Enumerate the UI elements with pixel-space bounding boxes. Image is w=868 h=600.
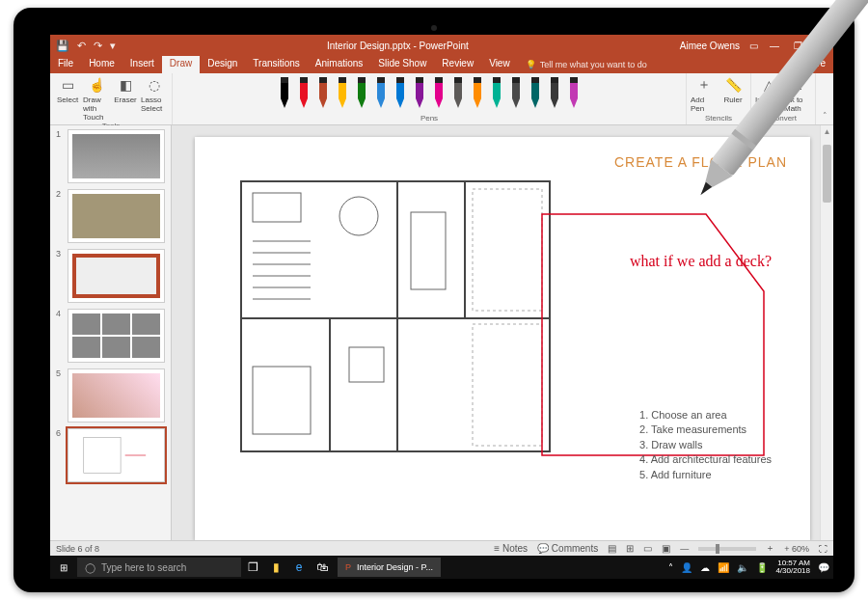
thumb-1[interactable]: [68, 129, 165, 183]
pen-8[interactable]: [430, 75, 448, 112]
tray-volume-icon[interactable]: 🔈: [737, 562, 748, 573]
ribbon-options-icon[interactable]: ▭: [749, 41, 758, 51]
share-button[interactable]: Share: [792, 56, 833, 73]
pen-12[interactable]: [507, 75, 525, 112]
slide-steps: 1. Choose an area 2. Take measurements 3…: [639, 408, 772, 482]
close-button[interactable]: ✕: [814, 41, 827, 51]
explorer-icon[interactable]: ▮: [264, 560, 287, 574]
taskbar-clock[interactable]: 10:57 AM 4/30/2018: [775, 559, 810, 575]
slide-counter: Slide 6 of 8: [56, 544, 99, 554]
pen-3[interactable]: [334, 75, 351, 112]
edge-icon[interactable]: e: [287, 560, 311, 574]
tell-me-search[interactable]: 💡 Tell me what you want to do: [518, 56, 647, 73]
pen-11[interactable]: [488, 75, 505, 112]
task-view-icon[interactable]: ❐: [241, 560, 264, 574]
lasso-tool[interactable]: ◌Lasso Select: [141, 75, 168, 122]
svg-rect-5: [319, 77, 327, 83]
slideshow-view-icon[interactable]: ▣: [662, 543, 670, 554]
pen-0[interactable]: [276, 75, 293, 112]
pen-15[interactable]: [565, 75, 583, 112]
qat-dropdown-icon[interactable]: ▾: [110, 40, 116, 52]
scrollbar-thumb[interactable]: [823, 145, 831, 203]
svg-rect-25: [512, 77, 520, 83]
zoom-value[interactable]: + 60%: [784, 544, 809, 554]
pen-10[interactable]: [469, 75, 486, 112]
thumb-4[interactable]: [68, 309, 165, 363]
maximize-button[interactable]: ❐: [791, 41, 804, 51]
taskbar-search[interactable]: ◯ Type here to search: [77, 558, 241, 577]
tray-chevron-icon[interactable]: ˄: [668, 562, 673, 573]
comments-button[interactable]: 💬 Comments: [537, 543, 598, 554]
tab-view[interactable]: View: [481, 56, 518, 73]
tab-review[interactable]: Review: [434, 56, 481, 73]
ribbon-group-stencils: ＋Add Pen 📏Ruler Stencils: [687, 73, 751, 124]
zoom-slider[interactable]: [698, 547, 756, 551]
undo-icon[interactable]: ↶: [77, 40, 86, 52]
tab-design[interactable]: Design: [200, 56, 245, 73]
step-4: 4. Add architectural features: [639, 452, 772, 467]
draw-touch-tool[interactable]: ☝Draw with Touch: [83, 75, 110, 122]
pen-13[interactable]: [527, 75, 544, 112]
collapse-ribbon-icon[interactable]: ˄: [816, 73, 833, 124]
taskbar-powerpoint[interactable]: P Interior Design - P...: [338, 558, 441, 577]
tab-draw[interactable]: Draw: [162, 56, 200, 73]
ribbon-tabs: File Home Insert Draw Design Transitions…: [50, 56, 833, 73]
thumb-5[interactable]: [68, 368, 165, 423]
ink-to-math-button[interactable]: πInk to Math: [784, 75, 811, 113]
sorter-view-icon[interactable]: ⊞: [626, 543, 634, 554]
svg-rect-3: [300, 77, 308, 83]
pen-14[interactable]: [546, 75, 563, 112]
slide-thumbnails[interactable]: 1 2 3 4 5 6: [50, 125, 172, 563]
powerpoint-icon: P: [345, 562, 351, 572]
ruler-button[interactable]: 📏Ruler: [719, 75, 746, 113]
action-center-icon[interactable]: 💬: [818, 562, 829, 573]
tab-insert[interactable]: Insert: [122, 56, 162, 73]
thumb-2[interactable]: [68, 189, 165, 243]
pen-6[interactable]: [392, 75, 409, 112]
tab-file[interactable]: File: [50, 56, 81, 73]
pen-9[interactable]: [449, 75, 467, 112]
svg-rect-19: [454, 77, 462, 83]
reading-view-icon[interactable]: ▭: [643, 543, 652, 554]
notes-button[interactable]: ≡ Notes: [494, 543, 528, 554]
svg-rect-1: [281, 77, 288, 83]
ribbon: ▭Select ☝Draw with Touch ◧Eraser ◌Lasso …: [50, 73, 833, 125]
tray-wifi-icon[interactable]: 📶: [718, 562, 729, 573]
ink-to-shape-button[interactable]: △Ink to Shape: [755, 75, 782, 113]
pen-1[interactable]: [295, 75, 312, 112]
windows-taskbar: ⊞ ◯ Type here to search ❐ ▮ e 🛍 P Interi…: [50, 556, 833, 579]
eraser-tool[interactable]: ◧Eraser: [112, 75, 139, 122]
pen-2[interactable]: [314, 75, 332, 112]
tray-people-icon[interactable]: 👤: [681, 562, 692, 573]
select-tool[interactable]: ▭Select: [54, 75, 81, 122]
pen-5[interactable]: [372, 75, 390, 112]
normal-view-icon[interactable]: ▤: [608, 543, 616, 554]
vertical-scrollbar[interactable]: ▲ ▼: [820, 125, 833, 563]
tab-transitions[interactable]: Transitions: [245, 56, 308, 73]
redo-icon[interactable]: ↷: [94, 40, 102, 52]
work-area: 1 2 3 4 5 6 CREATE A FLOOR PLAN: [50, 125, 833, 563]
start-button[interactable]: ⊞: [50, 562, 77, 573]
tab-slideshow[interactable]: Slide Show: [370, 56, 434, 73]
step-3: 3. Draw walls: [639, 438, 772, 452]
tab-home[interactable]: Home: [81, 56, 122, 73]
pen-4[interactable]: [353, 75, 370, 112]
pen-7[interactable]: [411, 75, 428, 112]
zoom-out[interactable]: —: [680, 544, 689, 554]
store-icon[interactable]: 🛍: [311, 560, 334, 574]
zoom-in[interactable]: ＋: [766, 542, 774, 555]
add-pen-button[interactable]: ＋Add Pen: [691, 75, 718, 113]
tray-battery-icon[interactable]: 🔋: [756, 562, 768, 573]
thumb-3[interactable]: [68, 249, 165, 303]
user-name[interactable]: Aimee Owens: [680, 41, 740, 51]
autosave-icon[interactable]: 💾: [56, 40, 69, 52]
tab-animations[interactable]: Animations: [308, 56, 370, 73]
fit-to-window-icon[interactable]: ⛶: [819, 544, 827, 554]
slide-canvas[interactable]: CREATE A FLOOR PLAN: [172, 125, 833, 563]
tray-onedrive-icon[interactable]: ☁: [700, 562, 710, 573]
thumb-6[interactable]: [68, 428, 165, 482]
tablet-camera: [431, 25, 437, 31]
minimize-button[interactable]: —: [768, 41, 781, 51]
ribbon-group-pens: Pens: [173, 73, 687, 124]
svg-rect-23: [493, 77, 501, 83]
